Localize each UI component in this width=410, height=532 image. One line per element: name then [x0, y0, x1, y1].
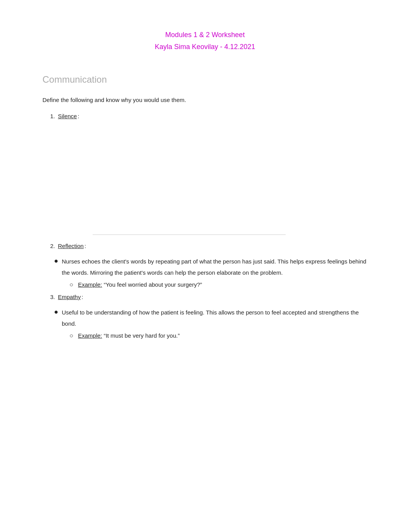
- section-heading: Communication: [42, 74, 368, 85]
- item-number-2: 2.: [42, 243, 58, 249]
- reflection-example-item: ○ Example: “You feel worried about your …: [69, 281, 368, 288]
- reflection-example-label: Example:: [78, 281, 102, 288]
- bullet-dot-empathy: ●: [54, 307, 62, 317]
- sub-bullet-dot-empathy: ○: [69, 332, 78, 339]
- item-colon-2: :: [85, 243, 86, 249]
- page-subtitle: Kayla Sima Keovilay - 4.12.2021: [42, 43, 368, 51]
- empathy-example-label: Example:: [78, 332, 102, 339]
- reflection-bullet-item: ● Nurses echoes the client's words by re…: [42, 256, 368, 278]
- reflection-bullet-text: Nurses echoes the client's words by repe…: [62, 256, 368, 278]
- list-item-empathy: 3. Empathy :: [42, 294, 368, 300]
- item-colon-3: :: [81, 294, 83, 300]
- empathy-example-quote: “It must be very hard for you.”: [104, 332, 180, 339]
- empathy-bullet-section: ● Useful to be understanding of how the …: [42, 307, 368, 339]
- item-number-3: 3.: [42, 294, 58, 300]
- empathy-example-text: Example: “It must be very hard for you.”: [78, 332, 180, 339]
- empathy-bullet-item: ● Useful to be understanding of how the …: [42, 307, 368, 329]
- item-label-silence: Silence: [58, 113, 77, 119]
- divider: [93, 235, 286, 235]
- reflection-example-quote: “You feel worried about your surgery?”: [104, 281, 202, 288]
- silence-space: [42, 126, 368, 204]
- list-item-silence: 1. Silence :: [42, 113, 368, 119]
- item-label-empathy: Empathy: [58, 294, 81, 300]
- item-label-reflection: Reflection: [58, 243, 84, 249]
- empathy-example-item: ○ Example: “It must be very hard for you…: [69, 332, 368, 339]
- reflection-sub-bullets: ○ Example: “You feel worried about your …: [42, 281, 368, 288]
- list-item-reflection: 2. Reflection :: [42, 243, 368, 249]
- reflection-bullet-section: ● Nurses echoes the client's words by re…: [42, 256, 368, 288]
- empathy-bullet-text: Useful to be understanding of how the pa…: [62, 307, 368, 329]
- page-title: Modules 1 & 2 Worksheet: [42, 31, 368, 39]
- page-header: Modules 1 & 2 Worksheet Kayla Sima Keovi…: [42, 31, 368, 51]
- item-colon-1: :: [78, 113, 79, 119]
- sub-bullet-dot-reflection: ○: [69, 281, 78, 288]
- intro-text: Define the following and know why you wo…: [42, 97, 368, 103]
- item-number-1: 1.: [42, 113, 58, 119]
- empathy-sub-bullets: ○ Example: “It must be very hard for you…: [42, 332, 368, 339]
- reflection-example-text: Example: “You feel worried about your su…: [78, 281, 202, 288]
- bullet-dot-reflection: ●: [54, 256, 62, 266]
